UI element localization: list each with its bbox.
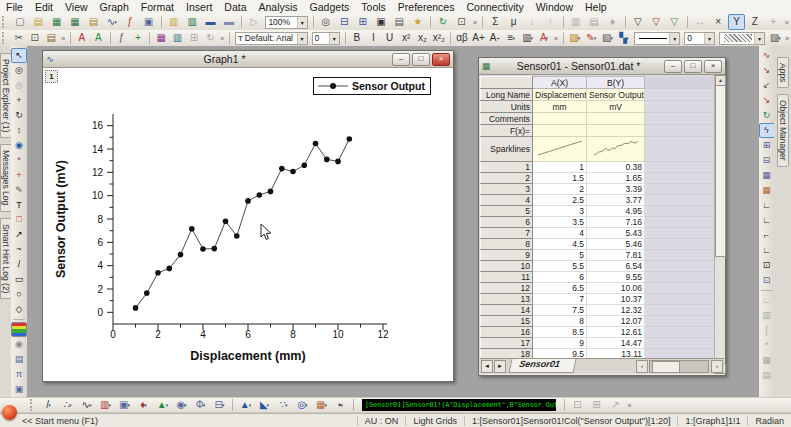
row-number[interactable]: 16 xyxy=(481,327,533,338)
save-project-icon[interactable]: ▬ xyxy=(202,14,219,30)
dropdown-arrow-icon[interactable]: ▾ xyxy=(127,402,130,408)
data-cell[interactable]: 3.5 xyxy=(533,217,587,228)
cut-icon[interactable]: ✂ xyxy=(11,30,26,46)
dropdown-arrow-icon[interactable]: ▾ xyxy=(69,402,72,408)
remove-bad-points-icon[interactable]: × xyxy=(709,14,726,30)
toolbar-overflow-icon[interactable]: » xyxy=(59,31,67,45)
data-point[interactable] xyxy=(212,246,218,252)
data-point[interactable] xyxy=(234,233,240,239)
data-point[interactable] xyxy=(268,189,274,195)
data-cell[interactable]: 0.38 xyxy=(587,162,645,173)
row-number[interactable]: 13 xyxy=(481,294,533,305)
data-point[interactable] xyxy=(245,198,251,204)
header-cell[interactable]: mm xyxy=(533,101,587,113)
worksheet-window[interactable]: ▦ Sensor01 - Sensor01.dat * –□× A(X)B(Y)… xyxy=(478,57,726,376)
alignment-icon[interactable]: ≡▾ xyxy=(504,30,519,46)
data-cell[interactable]: 1.65 xyxy=(587,173,645,184)
sort-ascending-icon[interactable]: ↓ xyxy=(523,14,540,30)
dropdown-arrow-icon[interactable]: ▾ xyxy=(297,33,307,44)
data-point[interactable] xyxy=(189,226,195,232)
new-layout-icon[interactable]: ▣ xyxy=(140,14,157,30)
toolbar-overflow-icon[interactable]: » xyxy=(783,31,791,45)
row-number[interactable]: 17 xyxy=(481,338,533,349)
data-cell[interactable]: 12.32 xyxy=(587,305,645,316)
new-project-icon[interactable]: ▢ xyxy=(11,14,28,30)
paste-icon[interactable]: ▤ xyxy=(43,30,58,46)
import-multiple-ascii-icon[interactable]: A xyxy=(91,30,106,46)
heatmap-plot-icon[interactable]: ▦▾ xyxy=(313,397,331,413)
data-filter-reapply-icon[interactable]: ▽ xyxy=(666,14,683,30)
left-tab-messages-log[interactable]: Messages Log xyxy=(0,144,12,211)
row-number[interactable]: 2 xyxy=(481,173,533,184)
new-right-y-layer-icon[interactable]: ∟ xyxy=(759,213,775,228)
dropdown-arrow-icon[interactable]: ▾ xyxy=(89,402,92,408)
add-table-icon[interactable]: ▦ xyxy=(759,353,775,368)
line-color-icon[interactable]: ✎▾ xyxy=(584,30,599,46)
data-cell[interactable]: 3.39 xyxy=(587,184,645,195)
data-selector-tool-icon[interactable]: ↕ xyxy=(11,123,27,138)
insert-worksheet-icon[interactable]: ▤ xyxy=(11,352,27,367)
zoom-in-tool-icon[interactable]: ◎ xyxy=(11,63,27,78)
row-label[interactable]: Units xyxy=(481,101,533,113)
palette-icon[interactable]: ▚▾ xyxy=(616,30,631,46)
line-symbol-plot-icon[interactable]: ∿▾ xyxy=(78,397,96,413)
data-cell[interactable]: 10.37 xyxy=(587,294,645,305)
toolbar-overflow-icon[interactable]: » xyxy=(782,15,791,29)
dropdown-arrow-icon[interactable]: ▾ xyxy=(144,402,147,408)
3d-scatter-plot-icon[interactable]: ∵▾ xyxy=(275,397,293,413)
data-cell[interactable]: 6.5 xyxy=(533,283,587,294)
restore-button[interactable]: □ xyxy=(684,60,702,73)
header-cell[interactable] xyxy=(587,113,645,125)
menu-insert[interactable]: Insert xyxy=(180,0,218,14)
graph-page[interactable]: 1 0246810120246810121416Displacement (mm… xyxy=(43,68,453,381)
add-legend-icon[interactable]: ▤ xyxy=(759,368,775,383)
graph-window[interactable]: ∿ Graph1 * –□× 1 0246810120246810121416D… xyxy=(42,50,454,382)
row-number[interactable]: 7 xyxy=(481,228,533,239)
polygon-tool-icon[interactable]: ◇ xyxy=(11,302,27,317)
x-axis-title[interactable]: Displacement (mm) xyxy=(190,349,305,363)
dropdown-arrow-icon[interactable]: ▾ xyxy=(611,35,614,41)
data-highlighter-tool-icon[interactable]: * xyxy=(11,153,27,168)
import-database-icon[interactable]: ▦ xyxy=(153,30,168,46)
open-project-icon[interactable]: ▥ xyxy=(165,14,182,30)
new-excel-icon[interactable]: ▦ xyxy=(66,14,83,30)
next-sheet-icon[interactable]: ► xyxy=(494,360,506,373)
row-label[interactable]: F(x)= xyxy=(481,125,533,137)
dropdown-arrow-icon[interactable]: ▾ xyxy=(249,402,252,408)
dropdown-arrow-icon[interactable]: ▾ xyxy=(626,35,629,41)
column-plot-icon[interactable]: ▥▾ xyxy=(97,397,115,413)
curved-arrow-tool-icon[interactable]: ~ xyxy=(11,242,27,257)
data-cell[interactable]: 9.55 xyxy=(587,272,645,283)
column-header-b[interactable]: B(Y) xyxy=(587,77,645,89)
new-inset-with-data-icon[interactable]: ⊡ xyxy=(759,273,775,288)
add-star-bracket-icon[interactable]: * xyxy=(759,338,775,353)
publish-graph-icon[interactable]: ↗ xyxy=(607,397,625,413)
toolbar-overflow-icon[interactable]: » xyxy=(471,15,480,29)
menu-edit[interactable]: Edit xyxy=(29,0,59,14)
dropdown-arrow-icon[interactable]: ▾ xyxy=(108,402,111,408)
dropdown-arrow-icon[interactable]: ▾ xyxy=(114,19,117,25)
double-y-plot-icon[interactable]: Φ▾ xyxy=(192,397,210,413)
header-cell[interactable]: Displacement xyxy=(533,89,587,101)
refresh-graph-icon[interactable]: ↻ xyxy=(759,108,775,123)
vertical-scroll-thumb[interactable] xyxy=(715,85,726,257)
menu-gadgets[interactable]: Gadgets xyxy=(304,0,356,14)
rotate-tool-icon[interactable]: ↻ xyxy=(11,108,27,123)
select-z-icon[interactable]: Z xyxy=(746,14,763,30)
area-plot-icon[interactable]: ▲▾ xyxy=(154,397,172,413)
toolbar-overflow-icon[interactable]: » xyxy=(625,398,634,412)
underline-icon[interactable]: U xyxy=(382,30,397,46)
prev-sheet-icon[interactable]: ◄ xyxy=(481,360,493,373)
extract-to-graphs-icon[interactable]: ▦ xyxy=(759,168,775,183)
data-point[interactable] xyxy=(335,159,341,165)
data-cell[interactable]: 1.5 xyxy=(533,173,587,184)
bar-chart-icon[interactable]: ▤ xyxy=(585,14,602,30)
descriptive-statistics-icon[interactable]: μ xyxy=(505,14,522,30)
screen-reader-tool-icon[interactable]: + xyxy=(11,168,27,183)
left-tab-smart-hint-log-2-[interactable]: Smart Hint Log (2) xyxy=(0,218,12,299)
polyline-mask-icon[interactable]: ∿ xyxy=(759,48,775,63)
contour-plot-icon[interactable]: ◎▾ xyxy=(294,397,312,413)
decrease-font-icon[interactable]: A- xyxy=(487,30,502,46)
data-cell[interactable]: 4 xyxy=(533,228,587,239)
toolbar-drag-handle[interactable] xyxy=(30,399,37,411)
